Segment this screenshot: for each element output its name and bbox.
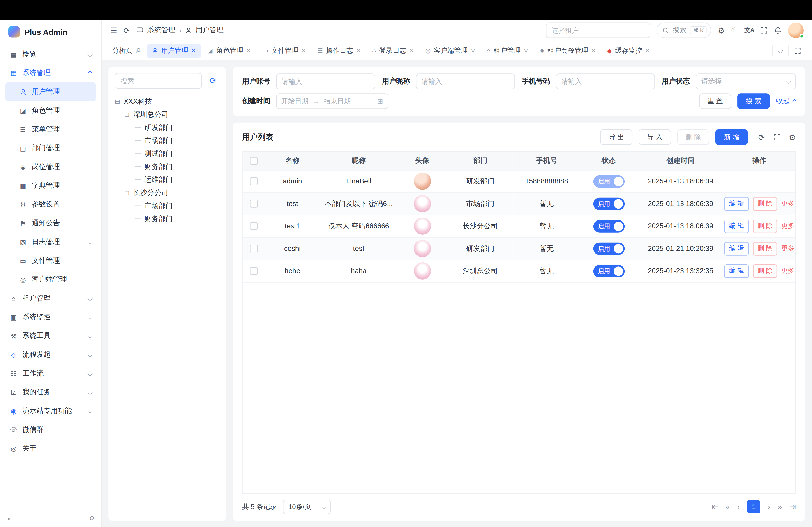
tab-tenant-package-management[interactable]: ◈ 租户套餐管理 × xyxy=(534,44,601,58)
table-row[interactable]: admin LinaBell 研发部门 15888888888 启用 2025-… xyxy=(243,170,795,192)
sidebar-item-overview[interactable]: ▤ 概览 xyxy=(5,45,96,63)
close-icon[interactable]: × xyxy=(357,47,361,54)
tab-user-management[interactable]: 用户管理 × xyxy=(147,44,201,58)
tree-node-leaf[interactable]: 市场部门 xyxy=(115,199,220,212)
user-avatar[interactable] xyxy=(788,22,804,38)
collapse-filter-link[interactable]: 收起 xyxy=(776,96,796,106)
tree-node-branch[interactable]: ⊟ 深圳总公司 xyxy=(115,108,220,121)
close-icon[interactable]: × xyxy=(591,47,596,54)
tab-login-log[interactable]: ∴ 登录日志 × xyxy=(367,44,419,58)
close-icon[interactable]: × xyxy=(645,47,650,54)
tab-tenant-management[interactable]: ⌂ 租户管理 × xyxy=(481,44,533,58)
close-icon[interactable]: × xyxy=(247,47,251,54)
current-page[interactable]: 1 xyxy=(747,500,760,513)
phone-input[interactable] xyxy=(556,74,655,89)
sidebar-pin-icon[interactable]: ⚲ xyxy=(88,514,96,522)
tree-node-leaf[interactable]: 运维部门 xyxy=(115,173,220,186)
fullscreen-icon[interactable] xyxy=(760,27,768,34)
status-toggle[interactable]: 启用 xyxy=(593,265,625,277)
sidebar-item-system-tools[interactable]: ⚒ 系统工具 xyxy=(5,326,96,345)
sidebar-item-file-management[interactable]: ▭ 文件管理 xyxy=(5,251,96,270)
sidebar-item-menu-management[interactable]: ☰ 菜单管理 xyxy=(5,120,96,139)
sidebar-item-tenant-management[interactable]: ⌂ 租户管理 xyxy=(5,289,96,308)
column-header[interactable]: 状态 xyxy=(580,152,638,170)
row-checkbox[interactable] xyxy=(250,178,258,185)
tree-collapse-icon[interactable]: ⊟ xyxy=(124,111,129,118)
tab-file-management[interactable]: ▭ 文件管理 × xyxy=(257,44,311,58)
hamburger-menu-icon[interactable]: ☰ xyxy=(110,26,117,34)
sidebar-item-user-management[interactable]: 用户管理 xyxy=(5,82,96,101)
close-icon[interactable]: × xyxy=(191,47,196,54)
first-page-button[interactable]: ⇤ xyxy=(712,503,719,511)
status-toggle[interactable]: 启用 xyxy=(593,242,625,255)
bell-icon[interactable] xyxy=(774,26,782,34)
table-refresh-icon[interactable]: ⟳ xyxy=(758,133,765,141)
more-link[interactable]: 更多 xyxy=(781,244,794,253)
tree-search-input[interactable] xyxy=(115,73,202,89)
close-icon[interactable]: × xyxy=(471,47,475,54)
tab-role-management[interactable]: ◪ 角色管理 × xyxy=(202,44,256,58)
column-header[interactable]: 名称 xyxy=(265,152,320,170)
delete-button[interactable]: 删 除 xyxy=(677,130,709,145)
tree-node-branch[interactable]: ⊟ 长沙分公司 xyxy=(115,186,220,199)
sidebar-item-notice-announcement[interactable]: ⚑ 通知公告 xyxy=(5,214,96,232)
tab-client-management[interactable]: ◎ 客户端管理 × xyxy=(420,44,480,58)
status-toggle[interactable]: 启用 xyxy=(593,220,625,232)
tree-collapse-icon[interactable]: ⊟ xyxy=(115,98,120,105)
page-size-select[interactable]: 10条/页 xyxy=(283,499,331,514)
next-page-button[interactable]: › xyxy=(768,503,770,511)
tree-node-leaf[interactable]: 财务部门 xyxy=(115,212,220,225)
table-settings-gear-icon[interactable]: ⚙ xyxy=(789,133,796,141)
sidebar-item-system-management[interactable]: ▦ 系统管理 xyxy=(5,63,96,82)
sidebar-item-process-initiation[interactable]: ◇ 流程发起 xyxy=(5,345,96,364)
sidebar-item-role-management[interactable]: ◪ 角色管理 xyxy=(5,101,96,120)
sidebar-item-dictionary-management[interactable]: ▥ 字典管理 xyxy=(5,176,96,195)
column-header[interactable]: 部门 xyxy=(447,152,513,170)
refresh-icon[interactable]: ⟳ xyxy=(124,26,130,34)
sidebar-item-my-tasks[interactable]: ☑ 我的任务 xyxy=(5,383,96,402)
dark-mode-moon-icon[interactable]: ☾ xyxy=(731,26,738,34)
account-input[interactable] xyxy=(276,74,375,89)
sidebar-item-log-management[interactable]: ▧ 日志管理 xyxy=(5,232,96,251)
sidebar-item-workflow[interactable]: ☷ 工作流 xyxy=(5,364,96,383)
table-row[interactable]: ceshi test 研发部门 暂无 启用 2025-01-21 10:20:3… xyxy=(243,237,795,260)
close-icon[interactable]: × xyxy=(409,47,414,54)
row-checkbox[interactable] xyxy=(250,245,258,253)
sidebar-item-about[interactable]: ◎ 关于 xyxy=(5,439,96,458)
status-toggle[interactable]: 启用 xyxy=(593,197,625,210)
delete-row-button[interactable]: 删 除 xyxy=(753,264,777,278)
sidebar-item-system-monitor[interactable]: ▣ 系统监控 xyxy=(5,308,96,326)
row-checkbox[interactable] xyxy=(250,267,258,275)
edit-button[interactable]: 编 辑 xyxy=(724,219,749,233)
more-link[interactable]: 更多 xyxy=(781,222,794,230)
column-header[interactable]: 操作 xyxy=(723,152,795,170)
import-button[interactable]: 导 入 xyxy=(639,130,671,145)
add-button[interactable]: 新 增 xyxy=(716,130,748,145)
tab-cache-monitor[interactable]: ◆ 缓存监控 × xyxy=(602,44,655,58)
translate-icon[interactable]: 文A xyxy=(744,27,754,33)
tab-analysis[interactable]: 分析页 ⚲ xyxy=(107,44,145,58)
edit-button[interactable]: 编 辑 xyxy=(724,264,749,278)
table-fullscreen-icon[interactable] xyxy=(773,133,780,141)
sidebar-item-demo-features[interactable]: ◉ 演示站专用功能 xyxy=(5,402,96,420)
sidebar-item-position-management[interactable]: ◈ 岗位管理 xyxy=(5,157,96,176)
sidebar-item-parameter-settings[interactable]: ⚙ 参数设置 xyxy=(5,195,96,214)
tree-collapse-icon[interactable]: ⊟ xyxy=(124,190,129,196)
fast-prev-button[interactable]: « xyxy=(726,503,730,511)
status-toggle[interactable]: 启用 xyxy=(593,175,625,187)
sidebar-item-wechat-group[interactable]: ☏ 微信群 xyxy=(5,420,96,439)
last-page-button[interactable]: ⇥ xyxy=(789,503,796,511)
table-row[interactable]: test 本部门及以下 密码6... 市场部门 暂无 启用 2025-01-13… xyxy=(243,193,795,215)
export-button[interactable]: 导 出 xyxy=(600,130,633,145)
delete-row-button[interactable]: 删 除 xyxy=(753,197,777,210)
search-button[interactable]: 搜 索 xyxy=(738,93,770,109)
tree-refresh-icon[interactable]: ⟳ xyxy=(206,74,220,88)
table-row[interactable]: test1 仅本人 密码666666 长沙分公司 暂无 启用 2025-01-1… xyxy=(243,215,795,237)
status-select[interactable]: 请选择 xyxy=(696,74,796,89)
more-link[interactable]: 更多 xyxy=(781,199,794,208)
tab-list-dropdown-button[interactable] xyxy=(772,45,788,56)
sidebar-item-department-management[interactable]: ◫ 部门管理 xyxy=(5,139,96,157)
fast-next-button[interactable]: » xyxy=(778,503,782,511)
table-row[interactable]: hehe haha 深圳总公司 暂无 启用 2025-01-23 13:32:3… xyxy=(243,260,795,282)
tree-node-leaf[interactable]: 研发部门 xyxy=(115,121,220,134)
